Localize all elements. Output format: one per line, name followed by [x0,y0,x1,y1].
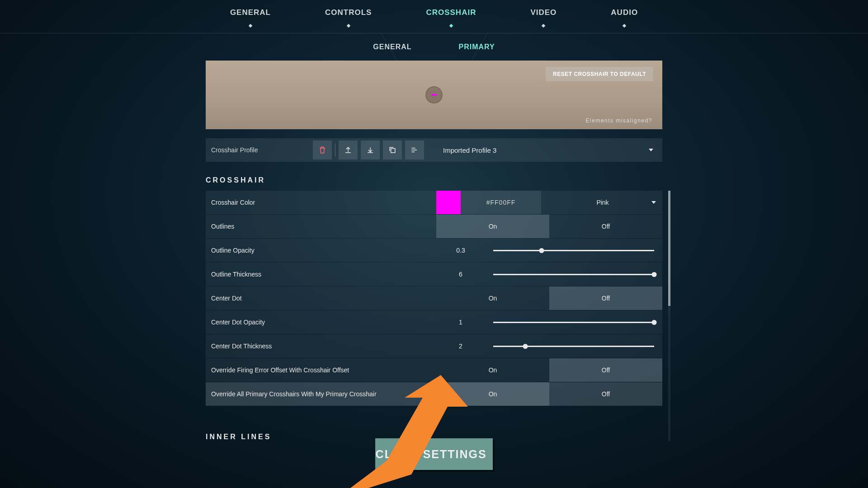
outline-thickness-slider[interactable] [493,274,654,275]
override-firing-off[interactable]: Off [549,358,662,382]
copy-profile-button[interactable] [383,141,402,160]
import-profile-button[interactable] [361,141,380,160]
tab-audio[interactable]: AUDIO [611,8,638,17]
center-dot-opacity-slider[interactable] [493,322,654,323]
sub-nav: GENERAL PRIMARY [0,33,868,61]
center-dot-on[interactable]: On [436,286,549,310]
tab-general[interactable]: GENERAL [230,8,271,17]
color-hex-input[interactable]: #FF00FF [461,191,541,214]
settings-list: Crosshair Color #FF00FF Pink Outlines On… [206,191,662,441]
scrollbar-thumb[interactable] [668,191,670,306]
tab-video[interactable]: VIDEO [530,8,557,17]
download-icon [366,145,375,155]
center-dot-off[interactable]: Off [549,286,662,310]
chevron-down-icon [651,201,656,204]
outline-thickness-value: 6 [436,271,485,278]
misaligned-link[interactable]: Elements misaligned? [586,117,652,124]
label-outlines: Outlines [206,223,436,230]
outline-opacity-slider[interactable] [493,250,654,251]
row-center-dot: Center Dot On Off [206,286,662,310]
tab-controls[interactable]: CONTROLS [325,8,372,17]
crosshair-preview-circle [425,86,443,103]
profile-label: Crosshair Profile [210,146,313,154]
list-icon [410,145,419,155]
chevron-down-icon [649,149,653,151]
outlines-off[interactable]: Off [549,215,662,238]
label-center-dot-thickness: Center Dot Thickness [206,343,436,350]
upload-icon [344,145,353,155]
override-primary-off[interactable]: Off [549,382,662,406]
copy-icon [388,145,397,155]
row-center-dot-opacity: Center Dot Opacity 1 [206,310,662,334]
label-center-dot-opacity: Center Dot Opacity [206,319,436,326]
reset-crosshair-button[interactable]: RESET CROSSHAIR TO DEFAULT [546,67,653,81]
duplicate-profile-button[interactable] [405,141,424,160]
tab-crosshair[interactable]: CROSSHAIR [426,8,476,17]
row-override-primary: Override All Primary Crosshairs With My … [206,382,662,406]
trash-icon [318,145,327,155]
center-dot-thickness-slider[interactable] [493,346,654,347]
center-dot-opacity-value: 1 [436,319,485,326]
label-override-firing: Override Firing Error Offset With Crossh… [206,366,436,374]
profile-select[interactable]: Imported Profile 3 [441,138,658,162]
row-outlines: Outlines On Off [206,215,662,238]
row-center-dot-thickness: Center Dot Thickness 2 [206,334,662,358]
outlines-on[interactable]: On [436,215,549,238]
export-profile-button[interactable] [339,141,358,160]
row-outline-thickness: Outline Thickness 6 [206,263,662,286]
override-firing-on[interactable]: On [436,358,549,382]
label-outline-thickness: Outline Thickness [206,271,436,278]
override-primary-on[interactable]: On [436,382,549,406]
color-swatch[interactable] [436,191,461,214]
top-nav: GENERAL CONTROLS CROSSHAIR VIDEO AUDIO [0,0,868,33]
label-outline-opacity: Outline Opacity [206,247,436,254]
row-crosshair-color: Crosshair Color #FF00FF Pink [206,191,662,214]
delete-profile-button[interactable] [313,141,332,160]
svg-rect-0 [391,149,395,153]
center-dot-thickness-value: 2 [436,343,485,350]
profile-row: Crosshair Profile Imported Profile 3 [206,138,662,162]
color-name-select[interactable]: Pink [543,191,662,214]
crosshair-preview-dot [431,94,437,96]
label-center-dot: Center Dot [206,295,436,302]
label-override-primary: Override All Primary Crosshairs With My … [206,390,436,398]
section-crosshair-header: CROSSHAIR [206,176,662,184]
close-settings-button[interactable]: CLCLOSE SETTINGS [375,438,493,470]
crosshair-preview: RESET CROSSHAIR TO DEFAULT Elements misa… [206,61,662,129]
outline-opacity-value: 0.3 [436,247,485,254]
row-outline-opacity: Outline Opacity 0.3 [206,239,662,262]
label-crosshair-color: Crosshair Color [206,199,436,206]
row-override-firing: Override Firing Error Offset With Crossh… [206,358,662,382]
